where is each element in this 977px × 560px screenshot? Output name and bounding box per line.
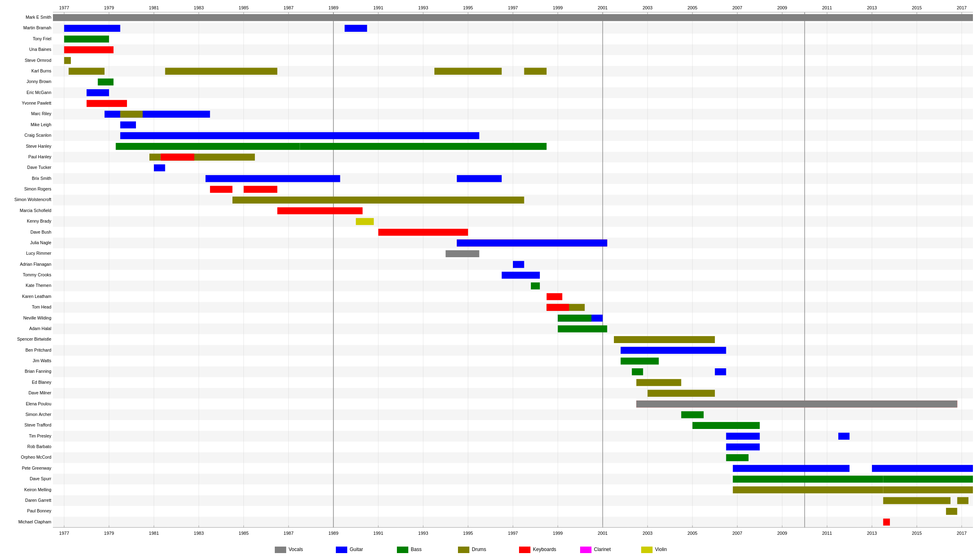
chart-container — [0, 0, 977, 560]
timeline-canvas — [0, 0, 977, 560]
